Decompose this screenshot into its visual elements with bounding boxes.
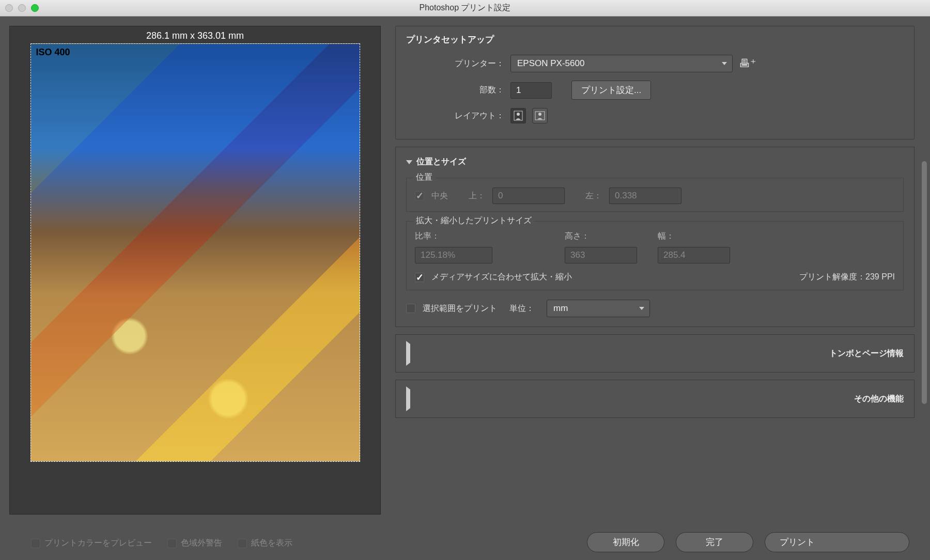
chevron-down-icon <box>406 160 412 164</box>
scale-legend: 拡大・縮小したプリントサイズ <box>413 215 535 226</box>
preview-dimensions: 286.1 mm x 363.01 mm <box>146 30 244 41</box>
marks-header[interactable]: トンボとページ情報 <box>406 335 904 372</box>
printer-setup-heading: プリンタセットアップ <box>406 34 904 45</box>
top-label: 上： <box>469 191 485 201</box>
reset-button[interactable]: 初期化 <box>587 532 664 552</box>
position-size-header[interactable]: 位置とサイズ <box>406 150 904 174</box>
marks-section: トンボとページ情報 <box>395 334 915 372</box>
footer: 初期化 完了 プリント <box>0 524 930 560</box>
scale-fieldset: 拡大・縮小したプリントサイズ 比率： 高さ： 幅： <box>406 221 904 290</box>
print-selection-label: 選択範囲をプリント <box>423 303 497 314</box>
other-section: その他の機能 <box>395 380 915 418</box>
svg-point-3 <box>538 113 541 116</box>
center-label: 中央 <box>431 191 448 201</box>
done-button[interactable]: 完了 <box>676 532 753 552</box>
print-settings-button[interactable]: プリント設定... <box>571 81 651 100</box>
print-button[interactable]: プリント <box>765 532 909 552</box>
layout-landscape-icon[interactable] <box>532 108 548 123</box>
top-input <box>492 188 565 204</box>
chevron-right-icon <box>406 341 825 366</box>
chevron-right-icon <box>406 386 850 411</box>
ratio-label: 比率： <box>415 231 544 242</box>
height-input <box>565 247 637 263</box>
window-title: Photoshop プリント設定 <box>0 3 930 13</box>
units-select[interactable]: mm <box>547 300 650 317</box>
ratio-input <box>415 247 492 263</box>
copies-input[interactable] <box>510 82 552 99</box>
print-selection-checkbox[interactable] <box>406 304 415 313</box>
copies-label: 部数： <box>406 85 504 96</box>
printer-setup-panel: プリンタセットアップ プリンター： EPSON PX-5600 🖶⁺ 部数： プ… <box>395 26 915 139</box>
printer-select[interactable]: EPSON PX-5600 <box>510 55 733 72</box>
svg-point-1 <box>517 113 520 116</box>
position-size-section: 位置とサイズ 位置 中央 上： 左： <box>395 147 915 327</box>
width-input <box>658 247 730 263</box>
width-label: 幅： <box>658 231 730 242</box>
iso-label: ISO 400 <box>36 47 70 58</box>
print-preview: 286.1 mm x 363.01 mm ISO 400 <box>9 26 381 515</box>
center-checkbox <box>415 191 424 200</box>
position-legend: 位置 <box>413 172 436 183</box>
layout-portrait-icon[interactable] <box>510 108 526 123</box>
preview-image[interactable]: ISO 400 <box>30 43 360 462</box>
titlebar: Photoshop プリント設定 <box>0 0 930 17</box>
left-position-label: 左： <box>585 191 602 201</box>
position-fieldset: 位置 中央 上： 左： <box>406 178 904 212</box>
scrollbar[interactable] <box>922 161 927 404</box>
layout-label: レイアウト： <box>406 111 504 121</box>
other-header[interactable]: その他の機能 <box>406 380 904 417</box>
left-input <box>609 188 681 204</box>
print-resolution-label: プリント解像度：239 PPI <box>799 272 895 283</box>
add-printer-icon[interactable]: 🖶⁺ <box>739 57 756 70</box>
height-label: 高さ： <box>565 231 637 242</box>
fit-media-label: メディアサイズに合わせて拡大・縮小 <box>431 272 572 283</box>
fit-media-checkbox[interactable] <box>415 273 424 282</box>
printer-label: プリンター： <box>406 58 504 69</box>
units-label: 単位： <box>509 303 534 314</box>
